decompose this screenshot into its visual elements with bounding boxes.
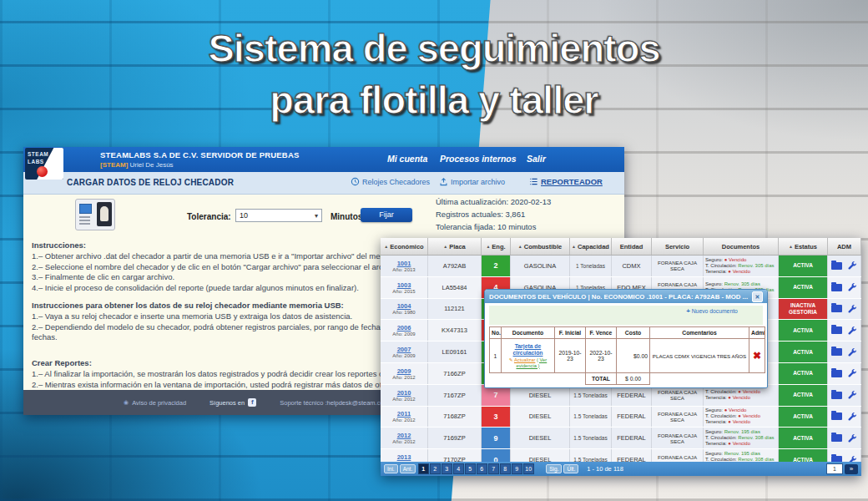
total-label: TOTAL (586, 373, 617, 385)
column-header[interactable]: ▲Estatus (779, 238, 828, 255)
new-document-link[interactable]: + Nuevo documento (683, 307, 741, 315)
economico-link[interactable]: 2011 (397, 410, 411, 418)
pagination-page-button[interactable]: 2 (430, 463, 441, 474)
placa-cell: 7169ZP (428, 428, 482, 448)
economico-cell: 2006Año: 2009 (381, 320, 428, 341)
economico-link[interactable]: 2013 (397, 453, 411, 461)
economico-link[interactable]: 2009 (397, 367, 411, 375)
folder-icon[interactable] (831, 392, 842, 399)
economico-cell: 1004Año: 1980 (381, 299, 428, 320)
estatus-badge: ACTIVA (779, 363, 828, 384)
economico-cell: 2010Año: 2012 (381, 385, 428, 406)
folder-icon[interactable] (831, 370, 842, 377)
economico-link[interactable]: 2012 (397, 432, 411, 439)
tolerance-label: Tolerancia: (187, 212, 231, 221)
link-importar-archivo[interactable]: Importar archivo (439, 177, 505, 186)
placa-cell: 112121 (428, 299, 482, 320)
economico-year: Año: 2012 (392, 397, 415, 402)
estatus-badge: ACTIVA (779, 342, 828, 362)
wrench-icon[interactable] (847, 347, 857, 357)
menu-mi-cuenta[interactable]: Mi cuenta (387, 154, 427, 164)
economico-year: Año: 2009 (392, 353, 415, 358)
folder-icon[interactable] (831, 262, 842, 270)
fingerprint-clock-image (75, 199, 115, 230)
delete-icon[interactable]: ✖ (753, 350, 761, 362)
folder-icon[interactable] (831, 412, 842, 420)
economico-link[interactable]: 2010 (397, 389, 411, 397)
economico-link[interactable]: 1003 (397, 281, 411, 289)
pagination-page-button[interactable]: 1 (418, 463, 429, 474)
wrench-icon[interactable] (847, 390, 857, 400)
wrench-icon[interactable] (847, 368, 857, 378)
folder-icon[interactable] (831, 284, 842, 291)
economico-link[interactable]: 2006 (397, 324, 411, 331)
logo-text-steam: STEAM (28, 151, 48, 157)
folder-icon[interactable] (831, 348, 842, 356)
pagination-page-button[interactable]: 4 (453, 463, 464, 474)
privacy-label: Aviso de privacidad (132, 399, 186, 407)
modal-doc-table: No.DocumentoF. InicialF. VenceCostoComen… (489, 326, 765, 385)
pagination-page-button[interactable]: 5 (465, 463, 476, 474)
modal-column-header: Documento (502, 327, 555, 339)
page-go-button[interactable]: » (845, 464, 858, 474)
pagination-prev-button[interactable]: Ant. (400, 464, 416, 473)
tolerance-unit-label: Minutos (331, 212, 362, 221)
hero-title-line1: Sistema de seguimientos (0, 25, 868, 71)
economico-link[interactable]: 1004 (397, 302, 411, 310)
pagination-next-button[interactable]: Sig. (546, 464, 562, 473)
hand-icon (100, 206, 108, 221)
tolerance-select[interactable]: 10 ▾ (235, 209, 322, 222)
document-status-line: Tenencia: ● Vencido (705, 395, 750, 401)
economico-cell: 2009Año: 2012 (381, 363, 428, 384)
close-icon[interactable]: ✕ (752, 291, 763, 302)
logo-text-labs: LABS (28, 159, 44, 164)
economico-year: Año: 2012 (392, 375, 415, 380)
wrench-icon[interactable] (847, 326, 857, 336)
economico-link[interactable]: 1001 (397, 260, 411, 267)
column-header[interactable]: ▲Combustible (511, 238, 570, 255)
pagination-info: 1 - 10 de 118 (587, 465, 623, 473)
entidad-cell: FEDERAL (612, 428, 652, 448)
page-goto-input[interactable] (826, 463, 843, 474)
column-header[interactable]: ▲Eng. (482, 238, 511, 255)
pagination-page-button[interactable]: 8 (500, 463, 511, 474)
placa-cell: KX47313 (428, 320, 482, 341)
economico-link[interactable]: 2007 (397, 346, 411, 353)
column-header[interactable]: ▲Capacidad (570, 238, 612, 255)
entidad-cell: CDMX (612, 256, 652, 276)
pagination-page-button[interactable]: 3 (442, 463, 452, 474)
combustible-cell: DIESEL (511, 428, 570, 448)
pagination-first-button[interactable]: Ini. (384, 464, 398, 473)
link-reporteador[interactable]: REPORTEADOR (529, 177, 603, 186)
wrench-icon[interactable] (847, 433, 857, 443)
privacy-icon: ◉ (124, 399, 129, 406)
wrench-icon[interactable] (847, 304, 857, 314)
estatus-badge: ACTIVA (779, 256, 828, 276)
document-status-line: Seguro: ● Vencido (705, 407, 746, 413)
follow-link[interactable]: Síguenos en f (209, 398, 256, 407)
menu-procesos-internos[interactable]: Procesos internos (440, 154, 517, 164)
document-link[interactable]: Tarjeta de circulación (503, 343, 553, 357)
document-status-line: Seguro: Renov. 195 días (705, 451, 760, 457)
pagination-page-button[interactable]: 6 (477, 463, 487, 474)
fijar-button[interactable]: Fijar (361, 208, 412, 222)
privacy-link[interactable]: ◉ Aviso de privacidad (124, 399, 186, 407)
pagination-last-button[interactable]: Últ. (563, 464, 578, 473)
link-relojes-checadores[interactable]: Relojes Checadores (351, 177, 430, 186)
update-link[interactable]: Actualizar (514, 357, 535, 362)
folder-icon[interactable] (831, 326, 842, 334)
menu-salir[interactable]: Salir (527, 154, 546, 164)
current-records: Registros actuales: 3,861 (436, 208, 551, 220)
pagination-page-button[interactable]: 10 (523, 463, 534, 474)
column-header[interactable]: ▲Económico (381, 238, 428, 255)
wrench-icon[interactable] (847, 412, 857, 422)
doc-cost: $0.00 (617, 339, 650, 373)
wrench-icon[interactable] (847, 282, 857, 292)
economico-cell: 2007Año: 2009 (381, 342, 428, 362)
folder-icon[interactable] (831, 305, 842, 312)
pagination-page-button[interactable]: 9 (512, 463, 522, 474)
folder-icon[interactable] (831, 434, 842, 442)
pagination-page-button[interactable]: 7 (488, 463, 499, 474)
column-header[interactable]: ▲Placa (428, 238, 482, 255)
wrench-icon[interactable] (847, 261, 857, 271)
